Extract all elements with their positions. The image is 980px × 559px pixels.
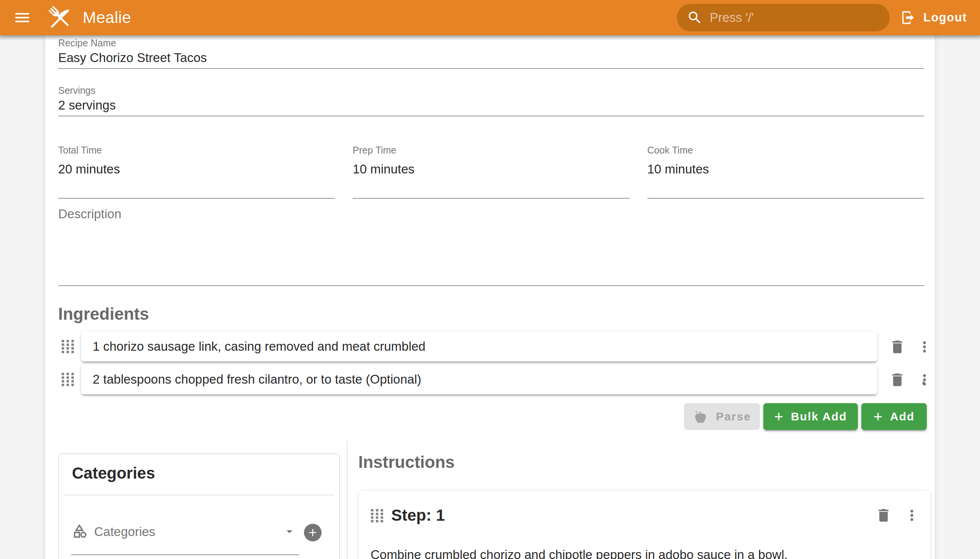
cook-time-field: Cook Time 10 minutes: [647, 145, 924, 199]
bulk-add-button[interactable]: + Bulk Add: [764, 403, 858, 430]
search-input[interactable]: Press '/': [677, 4, 890, 31]
step-menu-button[interactable]: [904, 507, 920, 525]
ingredient-menu-button[interactable]: [916, 339, 933, 356]
servings-underline: [58, 116, 924, 116]
servings-input[interactable]: 2 servings: [58, 98, 116, 112]
logout-button[interactable]: Logout: [901, 10, 967, 25]
prep-time-input[interactable]: 10 minutes: [352, 162, 630, 177]
categories-title: Categories: [72, 464, 155, 483]
step-drag-handle[interactable]: [370, 508, 384, 523]
drag-handle-icon: [370, 508, 384, 523]
drag-handle-icon: [61, 339, 75, 354]
ingredient-delete-button[interactable]: [889, 371, 906, 389]
categories-select-underline: [71, 554, 299, 555]
cook-time-label: Cook Time: [647, 145, 924, 156]
categories-divider: [64, 495, 335, 495]
add-category-button[interactable]: [304, 524, 322, 541]
header-shadow: [0, 35, 980, 41]
app-logo-icon: [45, 3, 74, 33]
prep-time-underline: [352, 198, 630, 199]
instructions-heading: Instructions: [358, 453, 455, 472]
kebab-icon: [916, 339, 933, 355]
times-row: Total Time 20 minutes Prep Time 10 minut…: [58, 145, 924, 199]
step-text-input[interactable]: Combine crumbled chorizo and chipotle pe…: [370, 546, 914, 559]
drag-handle-icon: [61, 372, 75, 387]
search-placeholder: Press '/': [710, 10, 754, 25]
delete-icon: [889, 339, 906, 355]
ingredient-text: 2 tablespoons chopped fresh cilantro, or…: [93, 372, 421, 387]
kebab-icon: [916, 371, 933, 388]
menu-button[interactable]: [8, 4, 36, 31]
ingredient-text: 1 chorizo sausage link, casing removed a…: [93, 339, 425, 354]
ingredient-drag-handle[interactable]: [61, 339, 75, 354]
cook-time-underline: [647, 198, 924, 199]
ingredient-input[interactable]: 1 chorizo sausage link, casing removed a…: [81, 332, 878, 361]
prep-time-field: Prep Time 10 minutes: [352, 145, 630, 199]
app-title: Mealie: [83, 8, 131, 27]
categories-select[interactable]: Categories: [72, 521, 302, 544]
parse-button[interactable]: Parse: [684, 403, 760, 430]
caret-down-icon: [283, 524, 296, 540]
logout-label: Logout: [923, 11, 967, 25]
apple-icon: [693, 409, 708, 424]
cook-time-input[interactable]: 10 minutes: [647, 162, 924, 177]
prep-time-label: Prep Time: [352, 145, 630, 156]
step-delete-button[interactable]: [875, 507, 892, 525]
menu-icon: [13, 8, 31, 27]
app-header: Mealie Press '/' Logout: [0, 0, 980, 35]
servings-label: Servings: [58, 85, 95, 96]
plus-icon: +: [874, 409, 883, 424]
ingredients-heading: Ingredients: [58, 304, 149, 324]
total-time-field: Total Time 20 minutes: [58, 145, 335, 199]
total-time-underline: [58, 198, 335, 199]
description-underline: [58, 285, 924, 286]
total-time-input[interactable]: 20 minutes: [58, 162, 335, 177]
add-button[interactable]: + Add: [861, 403, 927, 430]
ingredient-drag-handle[interactable]: [61, 372, 75, 387]
ingredient-input[interactable]: 2 tablespoons chopped fresh cilantro, or…: [81, 364, 878, 394]
plus-circle-icon: [307, 526, 319, 539]
recipe-name-input[interactable]: Easy Chorizo Street Tacos: [58, 51, 207, 65]
search-icon: [687, 10, 703, 26]
kebab-icon: [904, 507, 920, 524]
bulk-add-label: Bulk Add: [791, 410, 847, 423]
parse-label: Parse: [716, 410, 751, 423]
description-placeholder: Description: [58, 207, 924, 221]
delete-icon: [889, 371, 906, 388]
plus-icon: +: [774, 409, 784, 424]
step-title: Step: 1: [391, 506, 445, 524]
ingredient-delete-button[interactable]: [889, 339, 906, 356]
recipe-name-underline: [58, 68, 924, 69]
column-divider: [347, 441, 348, 559]
total-time-label: Total Time: [58, 145, 335, 156]
logout-icon: [901, 10, 916, 25]
delete-icon: [875, 507, 892, 524]
categories-select-placeholder: Categories: [94, 524, 155, 539]
ingredient-menu-button[interactable]: [916, 371, 933, 389]
add-label: Add: [890, 410, 914, 423]
shapes-icon: [72, 523, 88, 541]
description-textarea[interactable]: Description: [58, 199, 924, 286]
